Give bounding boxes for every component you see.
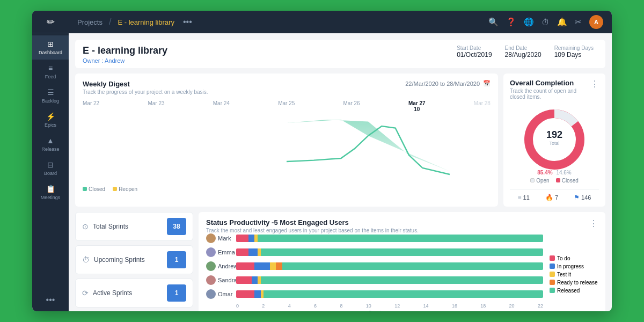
bar-row-mark: Mark: [206, 233, 543, 243]
meetings-icon: 📋: [46, 185, 55, 193]
app-logo-icon: ✏: [47, 16, 55, 28]
legend-inprogress: In progress: [550, 264, 598, 269]
sidebar-item-label: Dashboard: [39, 50, 62, 55]
bar-sandra: [236, 276, 543, 284]
completion-stats: ≡ 11 🔥 7 ⚑ 146: [510, 189, 599, 201]
svg-text:Total: Total: [549, 141, 559, 146]
middle-row: Weekly Digest Track the progress of your…: [75, 74, 605, 207]
chart-legend: Closed Reopen: [83, 186, 491, 192]
legend-ready: Ready to release: [550, 280, 598, 286]
donut-chart: 192 Total: [510, 107, 599, 172]
svg-marker-0: [287, 120, 450, 171]
avatar-andrew: [206, 261, 216, 271]
sidebar: ✏ ⊞ Dashboard ≡ Feed ☰ Backlog ⚡ Epics ▲…: [32, 11, 69, 311]
sprints-status-row: ⊙ Total Sprints 38 ⏱ Upcoming Sprints 1: [75, 212, 605, 311]
sidebar-item-dashboard[interactable]: ⊞ Dashboard: [32, 35, 69, 60]
status-chart-body: Mark: [206, 233, 598, 311]
legend-open: Open: [530, 178, 549, 184]
active-sprints-icon: ⟳: [82, 289, 89, 297]
day-label: Mar 22: [83, 100, 99, 112]
avatar-mark: [206, 233, 216, 243]
legend-released: Released: [550, 288, 598, 294]
sidebar-item-label: Meetings: [41, 195, 61, 200]
stat-items: ≡ 11: [518, 194, 530, 201]
header-more-button[interactable]: •••: [183, 17, 192, 27]
avatar-omar: [206, 289, 216, 299]
day-label: Mar 24: [213, 100, 230, 112]
completion-subtitle: Track the count of open and closed items…: [510, 88, 590, 100]
header-current-project[interactable]: E - learning library: [118, 18, 174, 26]
stat-value: 11: [523, 194, 530, 201]
upcoming-sprints-icon: ⏱: [82, 255, 90, 264]
avatar-sandra: [206, 275, 216, 285]
owner-name: Andrew: [105, 57, 125, 64]
dashboard-icon: ⊞: [47, 40, 54, 48]
sidebar-item-board[interactable]: ⊟ Board: [32, 156, 69, 180]
bar-row-emma: Emma: [206, 247, 543, 257]
help-icon[interactable]: ❓: [506, 17, 516, 27]
completion-panel: Overall Completion Track the count of op…: [503, 74, 605, 207]
fire-icon: 🔥: [545, 194, 553, 201]
bar-mark: [236, 235, 543, 242]
sidebar-item-feed[interactable]: ≡ Feed: [32, 60, 69, 84]
sidebar-item-label: Board: [44, 171, 57, 176]
user-avatar[interactable]: A: [589, 15, 603, 29]
scissors-icon[interactable]: ✂: [575, 17, 582, 27]
bar-row-andrew: Andrew: [206, 261, 543, 271]
sidebar-item-release[interactable]: ▲ Release: [32, 132, 69, 156]
timer-icon[interactable]: ⏱: [541, 18, 550, 27]
main-content: Projects / E - learning library ••• 🔍 ❓ …: [69, 11, 612, 311]
upcoming-sprints-card: ⏱ Upcoming Sprints 1: [75, 245, 193, 274]
end-date: End Date 28/Aug/2020: [505, 45, 541, 58]
chart-day-labels: Mar 22 Mar 23 Mar 24 Mar 25 Mar 26 Mar 2…: [83, 100, 491, 114]
weekly-chart: [83, 116, 491, 181]
bar-axis: 02468 1012141618 2022: [236, 303, 543, 309]
status-chart-menu-button[interactable]: ⋮: [589, 218, 598, 229]
globe-icon[interactable]: 🌐: [524, 17, 534, 27]
bar-chart-area: Mark: [206, 233, 543, 311]
epics-icon: ⚡: [46, 112, 55, 121]
active-sprints-count: 1: [167, 284, 186, 302]
total-sprints-icon: ⊙: [82, 222, 89, 231]
sprints-panel: ⊙ Total Sprints 38 ⏱ Upcoming Sprints 1: [75, 212, 193, 311]
notification-icon[interactable]: 🔔: [557, 17, 567, 27]
sidebar-item-label: Epics: [45, 122, 56, 128]
bar-emma: [236, 248, 543, 256]
digest-title: Weekly Digest: [83, 80, 208, 88]
flag-icon: ⚑: [574, 194, 580, 201]
project-owner: Owner : Andrew: [83, 57, 167, 64]
user-omar: Omar: [206, 289, 232, 299]
calendar-icon[interactable]: 📅: [483, 80, 491, 87]
project-meta: Start Date 01/Oct/2019 End Date 28/Aug/2…: [457, 45, 594, 58]
remaining-days: Remaining Days 109 Days: [554, 45, 594, 58]
sidebar-item-meetings[interactable]: 📋 Meetings: [32, 180, 69, 204]
digest-header: Weekly Digest Track the progress of your…: [83, 80, 491, 95]
search-icon[interactable]: 🔍: [488, 17, 499, 27]
total-sprints-card: ⊙ Total Sprints 38: [75, 212, 193, 241]
legend-closed: Closed: [556, 178, 579, 184]
stat-value: 146: [581, 194, 591, 201]
day-label: Mar 28: [474, 100, 491, 112]
day-label: Mar 25: [278, 100, 295, 112]
completion-menu-button[interactable]: ⋮: [590, 79, 599, 89]
sidebar-more[interactable]: •••: [46, 289, 55, 311]
digest-date-range: 22/Mar/2020 to 28/Mar/2020 📅: [405, 80, 491, 87]
sidebar-item-epics[interactable]: ⚡ Epics: [32, 108, 69, 132]
legend-reopen: Reopen: [113, 186, 137, 192]
sidebar-logo: ✏: [32, 11, 69, 33]
project-title: E - learning library: [83, 45, 167, 56]
sidebar-item-backlog[interactable]: ☰ Backlog: [32, 84, 69, 108]
content-area: E - learning library Owner : Andrew Star…: [69, 33, 612, 311]
bar-andrew: [236, 262, 543, 270]
closed-pct: 85.4%: [537, 170, 552, 175]
header-icons: 🔍 ❓ 🌐 ⏱ 🔔 ✂ A: [488, 15, 603, 29]
header-bar: Projects / E - learning library ••• 🔍 ❓ …: [69, 11, 612, 33]
status-chart-title: Status Productivity -5 Most Engaged User…: [206, 218, 419, 226]
day-label: Mar 26: [343, 100, 360, 112]
project-header: E - learning library Owner : Andrew Star…: [75, 40, 605, 68]
legend-closed: Closed: [83, 186, 105, 192]
sprint-label: ⊙ Total Sprints: [82, 222, 128, 231]
header-projects[interactable]: Projects: [77, 18, 103, 26]
completion-title: Overall Completion: [510, 79, 590, 87]
stat-flag: ⚑ 146: [574, 194, 591, 201]
